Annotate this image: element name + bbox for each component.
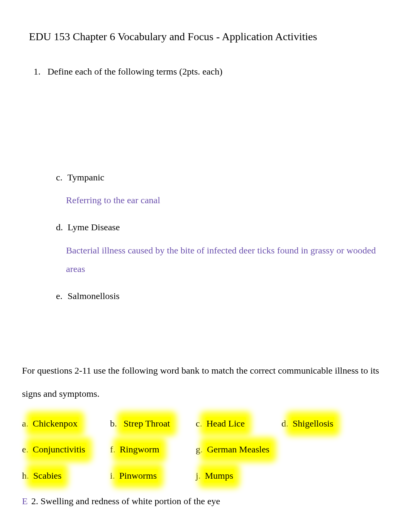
- term-e-letter: e.: [56, 290, 65, 303]
- bank-item-f: f. Ringworm: [110, 443, 196, 457]
- question-2: E 2. Swelling and redness of white porti…: [22, 495, 383, 508]
- bank-item-i: i. Pinworms: [110, 469, 196, 483]
- term-c-name: Tympanic: [68, 172, 105, 182]
- term-d: d. Lyme Disease: [56, 221, 383, 234]
- bank-e-letter: e.: [22, 443, 29, 456]
- bank-row-2: e. Conjunctivitis f. Ringworm g. German …: [22, 443, 383, 457]
- bank-c-word: Head Lice: [205, 417, 246, 431]
- term-c: c. Tympanic: [56, 171, 383, 184]
- q1-number: 1.: [34, 65, 45, 78]
- bank-e-word: Conjunctivitis: [32, 443, 86, 457]
- bank-a-letter: a.: [22, 417, 29, 430]
- bank-row-3: h. Scabies i. Pinworms j. Mumps: [22, 469, 383, 483]
- q2-text: 2. Swelling and redness of white portion…: [31, 496, 220, 506]
- question-1: 1. Define each of the following terms (2…: [34, 65, 383, 78]
- term-e-name: Salmonellosis: [68, 291, 120, 301]
- term-c-letter: c.: [56, 171, 65, 184]
- q2-answer: E: [22, 495, 29, 508]
- bank-a-word: Chickenpox: [32, 417, 79, 431]
- bank-item-g: g. German Measles: [196, 443, 281, 457]
- bank-h-letter: h.: [22, 469, 29, 483]
- bank-item-d: d. Shigellosis: [281, 417, 351, 431]
- bank-g-word: German Measles: [206, 443, 271, 457]
- bank-j-word: Mumps: [204, 469, 234, 483]
- bank-item-h: h. Scabies: [22, 469, 110, 483]
- bank-b-word: Strep Throat: [122, 417, 171, 431]
- q1-text: Define each of the following terms (2pts…: [47, 66, 222, 76]
- bank-item-e: e. Conjunctivitis: [22, 443, 110, 457]
- term-d-letter: d.: [56, 221, 65, 234]
- bank-c-letter: c.: [196, 417, 202, 430]
- bank-g-letter: g.: [196, 443, 203, 456]
- bank-item-a: a. Chickenpox: [22, 417, 110, 431]
- bank-f-letter: f.: [110, 443, 115, 456]
- bank-i-letter: i.: [110, 469, 115, 483]
- bank-b-letter: b.: [110, 417, 117, 430]
- bank-item-c: c. Head Lice: [196, 417, 281, 431]
- term-d-name: Lyme Disease: [68, 222, 120, 232]
- bank-h-word: Scabies: [32, 469, 63, 483]
- bank-item-b: b. Strep Throat: [110, 417, 196, 431]
- word-bank-instructions: For questions 2-11 use the following wor…: [22, 359, 383, 405]
- bank-f-word: Ringworm: [119, 443, 161, 457]
- bank-j-letter: j.: [196, 469, 201, 483]
- word-bank: a. Chickenpox b. Strep Throat c. Head Li…: [22, 417, 383, 483]
- bank-d-letter: d.: [281, 417, 288, 430]
- bank-i-word: Pinworms: [118, 469, 158, 483]
- term-e: e. Salmonellosis: [56, 290, 383, 303]
- bank-row-1: a. Chickenpox b. Strep Throat c. Head Li…: [22, 417, 383, 431]
- bank-item-j: j. Mumps: [196, 469, 281, 483]
- page-title: EDU 153 Chapter 6 Vocabulary and Focus -…: [29, 29, 383, 44]
- term-c-definition: Referring to the ear canal: [66, 191, 383, 209]
- term-d-definition: Bacterial illness caused by the bite of …: [66, 241, 383, 278]
- bank-d-word: Shigellosis: [291, 417, 334, 431]
